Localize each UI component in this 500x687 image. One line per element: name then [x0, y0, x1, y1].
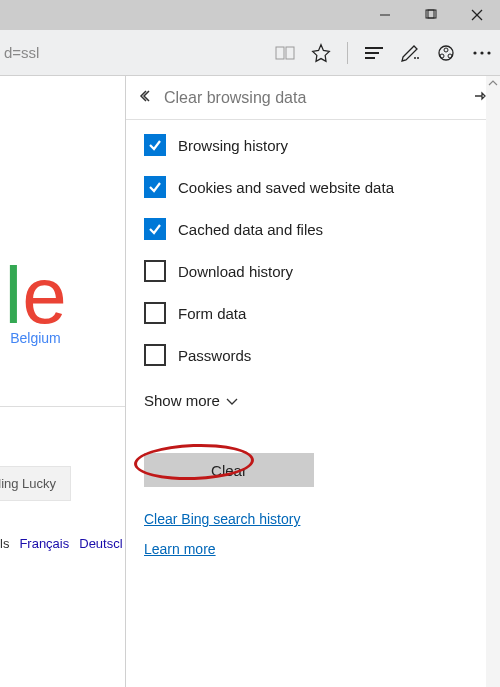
reading-view-icon[interactable] — [275, 43, 295, 63]
maximize-button[interactable] — [408, 0, 454, 30]
search-box-edge[interactable] — [0, 406, 125, 407]
checkbox-icon[interactable] — [144, 176, 166, 198]
option-label: Cookies and saved website data — [178, 179, 394, 196]
favorite-star-icon[interactable] — [311, 43, 331, 63]
svg-point-10 — [414, 57, 416, 59]
clear-browsing-data-panel: Clear browsing data Browsing history Coo… — [125, 76, 500, 687]
show-more-label: Show more — [144, 392, 220, 409]
svg-rect-1 — [426, 10, 434, 18]
feeling-lucky-button[interactable]: n Feeling Lucky — [0, 466, 71, 501]
svg-rect-5 — [276, 47, 284, 59]
svg-point-18 — [487, 51, 490, 54]
show-more-toggle[interactable]: Show more — [144, 392, 238, 409]
option-browsing-history[interactable]: Browsing history — [144, 134, 482, 156]
url-fragment: d=ssl — [0, 44, 39, 61]
svg-point-14 — [440, 54, 444, 58]
scroll-up-arrow-icon[interactable] — [486, 76, 500, 90]
page-content: g l e Belgium n Feeling Lucky ls Françai… — [0, 76, 125, 687]
option-passwords[interactable]: Passwords — [144, 344, 482, 366]
chevron-down-icon — [226, 392, 238, 409]
logo-letter-l: l — [5, 256, 23, 336]
web-note-icon[interactable] — [400, 43, 420, 63]
language-link[interactable]: Français — [19, 536, 69, 551]
option-label: Passwords — [178, 347, 251, 364]
share-icon[interactable] — [436, 43, 456, 63]
option-cached-data[interactable]: Cached data and files — [144, 218, 482, 240]
hub-icon[interactable] — [364, 43, 384, 63]
learn-more-link[interactable]: Learn more — [144, 541, 482, 557]
svg-point-11 — [417, 57, 419, 59]
checkbox-icon[interactable] — [144, 134, 166, 156]
close-button[interactable] — [454, 0, 500, 30]
logo-region: Belgium — [0, 330, 67, 346]
svg-point-15 — [448, 54, 452, 58]
address-bar: d=ssl — [0, 30, 500, 76]
language-link[interactable]: Deutscl — [79, 536, 122, 551]
option-form-data[interactable]: Form data — [144, 302, 482, 324]
panel-scrollbar[interactable] — [486, 76, 500, 687]
checkbox-icon[interactable] — [144, 218, 166, 240]
checkbox-icon[interactable] — [144, 260, 166, 282]
option-download-history[interactable]: Download history — [144, 260, 482, 282]
svg-point-17 — [480, 51, 483, 54]
svg-rect-6 — [286, 47, 294, 59]
window-titlebar — [0, 0, 500, 30]
svg-point-13 — [444, 48, 448, 52]
panel-back-icon[interactable] — [138, 89, 154, 106]
language-links: ls Français Deutscl — [0, 536, 123, 551]
svg-point-16 — [473, 51, 476, 54]
panel-title: Clear browsing data — [164, 89, 472, 107]
clear-bing-history-link[interactable]: Clear Bing search history — [144, 511, 482, 527]
more-icon[interactable] — [472, 43, 492, 63]
option-label: Download history — [178, 263, 293, 280]
clear-button[interactable]: Clear — [144, 453, 314, 487]
logo-letter-e: e — [22, 256, 67, 336]
option-cookies[interactable]: Cookies and saved website data — [144, 176, 482, 198]
option-label: Browsing history — [178, 137, 288, 154]
google-logo: g l e Belgium — [0, 256, 67, 346]
checkbox-icon[interactable] — [144, 302, 166, 324]
option-label: Cached data and files — [178, 221, 323, 238]
language-prefix: ls — [0, 536, 9, 551]
toolbar-divider — [347, 42, 348, 64]
option-label: Form data — [178, 305, 246, 322]
svg-rect-2 — [428, 10, 436, 18]
minimize-button[interactable] — [362, 0, 408, 30]
checkbox-icon[interactable] — [144, 344, 166, 366]
